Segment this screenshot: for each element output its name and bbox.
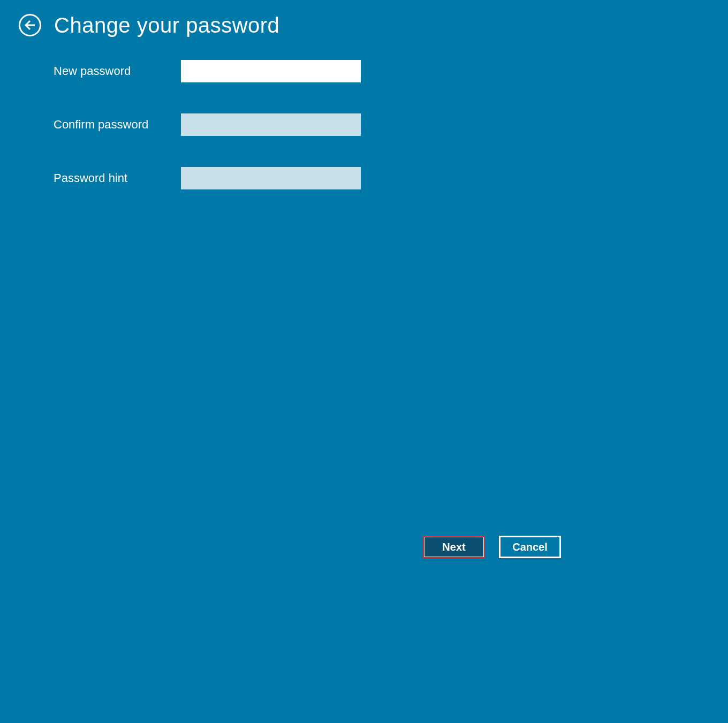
password-hint-label: Password hint	[54, 171, 181, 185]
back-button[interactable]	[19, 14, 41, 36]
confirm-password-input[interactable]	[181, 113, 361, 136]
confirm-password-label: Confirm password	[54, 118, 181, 132]
footer-buttons: Next Cancel	[423, 536, 561, 558]
new-password-label: New password	[54, 64, 181, 78]
confirm-password-row: Confirm password	[54, 113, 361, 136]
new-password-input[interactable]	[181, 60, 361, 82]
password-form: New password Confirm password Password h…	[54, 60, 361, 220]
cancel-button[interactable]: Cancel	[499, 536, 561, 558]
header: Change your password	[19, 14, 279, 36]
next-button[interactable]: Next	[423, 536, 485, 558]
password-hint-row: Password hint	[54, 167, 361, 189]
arrow-left-icon	[24, 19, 36, 31]
page-title: Change your password	[54, 14, 279, 36]
password-hint-input[interactable]	[181, 167, 361, 189]
new-password-row: New password	[54, 60, 361, 82]
